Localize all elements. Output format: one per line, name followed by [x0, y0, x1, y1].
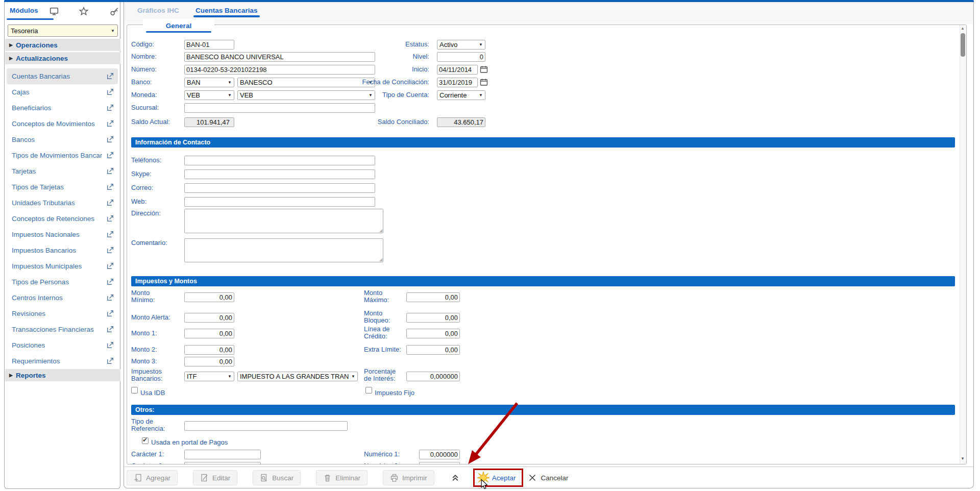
- sidebar-item[interactable]: Conceptos de Retenciones: [7, 211, 118, 227]
- sucursal-input[interactable]: [184, 103, 375, 113]
- aceptar-button[interactable]: Aceptar: [492, 474, 516, 482]
- web-input[interactable]: [184, 197, 375, 207]
- impuesto-fijo-checkbox[interactable]: [365, 387, 372, 394]
- external-link-icon[interactable]: [107, 88, 114, 95]
- caracter-1-input[interactable]: [184, 450, 261, 459]
- tab-general[interactable]: General: [143, 19, 214, 33]
- fecha-conciliacion-date-input[interactable]: [437, 78, 478, 87]
- sidebar-item[interactable]: Unidades Tributarias: [7, 195, 118, 211]
- form-scrollbar[interactable]: [960, 25, 967, 464]
- sidebar-item[interactable]: Cuentas Bancarias: [7, 68, 118, 84]
- tipo-cuenta-select[interactable]: Corriente▼: [437, 90, 485, 100]
- resize-grip-icon[interactable]: ◢: [379, 228, 382, 233]
- sidebar-item[interactable]: Posiciones: [7, 337, 118, 353]
- correo-input[interactable]: [184, 183, 375, 193]
- external-link-icon[interactable]: [107, 357, 114, 364]
- usa-idb-checkbox[interactable]: [131, 387, 138, 394]
- buscar-button[interactable]: Buscar: [253, 470, 301, 485]
- external-link-icon[interactable]: [107, 341, 114, 349]
- sidebar-item[interactable]: Tipos de Movimientos Bancar: [7, 148, 118, 163]
- external-link-icon[interactable]: [107, 167, 114, 175]
- sidebar-item[interactable]: Revisiones: [7, 306, 118, 322]
- key-icon[interactable]: [110, 7, 119, 16]
- star-icon[interactable]: [79, 7, 88, 16]
- sidebar-item[interactable]: Centros Internos: [7, 290, 118, 306]
- external-link-icon[interactable]: [107, 120, 114, 127]
- editar-button[interactable]: Editar: [193, 470, 237, 485]
- external-link-icon[interactable]: [107, 310, 114, 317]
- sidebar-item[interactable]: Beneficiarios: [7, 100, 118, 116]
- tab-cuentas-bancarias[interactable]: Cuentas Bancarias: [195, 7, 258, 14]
- telefonos-input[interactable]: [184, 156, 375, 165]
- sidebar-item[interactable]: Impuestos Municipales: [7, 258, 118, 274]
- external-link-icon[interactable]: [107, 152, 114, 159]
- inicio-date-input[interactable]: [437, 65, 478, 75]
- sidebar-item[interactable]: Transacciones Financieras: [7, 322, 118, 337]
- resize-grip-icon[interactable]: ◢: [379, 257, 382, 262]
- external-link-icon[interactable]: [107, 215, 114, 222]
- scroll-up-icon[interactable]: ▲: [961, 26, 965, 31]
- numerico-1-input[interactable]: [419, 450, 460, 459]
- sidebar-item[interactable]: Impuestos Nacionales: [7, 227, 118, 242]
- monto-maximo-input[interactable]: [406, 292, 460, 302]
- external-link-icon[interactable]: [107, 231, 114, 238]
- sidebar-item[interactable]: Impuestos Bancarios: [7, 242, 118, 258]
- external-link-icon[interactable]: [107, 72, 114, 80]
- external-link-icon[interactable]: [107, 183, 114, 190]
- tab-graficos-ihc[interactable]: Gráficos IHC: [137, 7, 179, 14]
- calendar-icon[interactable]: [480, 78, 488, 86]
- external-link-icon[interactable]: [107, 294, 114, 301]
- external-link-icon[interactable]: [107, 247, 114, 254]
- external-link-icon[interactable]: [107, 262, 114, 269]
- monto-2-input[interactable]: [184, 345, 234, 355]
- sidebar-item[interactable]: Tipos de Personas: [7, 274, 118, 290]
- impuesto-name-select[interactable]: IMPUESTO A LAS GRANDES TRAN▼: [237, 372, 358, 381]
- calendar-icon[interactable]: [480, 65, 488, 73]
- imprimir-button[interactable]: Imprimir: [383, 470, 434, 485]
- moneda-code-select[interactable]: VEB▼: [184, 90, 234, 100]
- external-link-icon[interactable]: [107, 326, 114, 333]
- external-link-icon[interactable]: [107, 199, 114, 206]
- external-link-icon[interactable]: [107, 104, 114, 111]
- sidebar-item[interactable]: Tarjetas: [7, 163, 118, 179]
- scrollbar-thumb[interactable]: [961, 33, 965, 57]
- sidebar-item[interactable]: Requerimientos: [7, 353, 118, 369]
- module-select[interactable]: Tesoreria ▼: [8, 24, 118, 37]
- extra-limite-input[interactable]: [406, 345, 460, 355]
- agregar-button[interactable]: Agregar: [127, 470, 178, 485]
- cancelar-button[interactable]: Cancelar: [528, 474, 568, 482]
- sidebar-item[interactable]: Cajas: [7, 84, 118, 100]
- sidebar-item[interactable]: Conceptos de Movimientos: [7, 116, 118, 132]
- usada-portal-checkbox[interactable]: [142, 437, 149, 444]
- porcentaje-interes-input[interactable]: [406, 372, 460, 381]
- monto-3-input[interactable]: [184, 357, 234, 366]
- skype-input[interactable]: [184, 169, 375, 179]
- caracter-2-input[interactable]: [184, 462, 261, 464]
- nivel-input[interactable]: [437, 52, 485, 62]
- external-link-icon[interactable]: [107, 136, 114, 143]
- eliminar-button[interactable]: Eliminar: [316, 470, 368, 485]
- monitor-icon[interactable]: [50, 7, 59, 16]
- monto-alerta-input[interactable]: [184, 313, 234, 323]
- tipo-referencia-input[interactable]: [184, 421, 348, 431]
- direccion-textarea[interactable]: [184, 209, 383, 233]
- sidebar-item[interactable]: Bancos: [7, 132, 118, 148]
- linea-credito-input[interactable]: [406, 329, 460, 338]
- collapse-toolbar-button[interactable]: [450, 473, 461, 482]
- monto-minimo-input[interactable]: [184, 292, 234, 302]
- scroll-down-icon[interactable]: ▼: [961, 456, 965, 461]
- monto-1-input[interactable]: [184, 329, 234, 338]
- sidebar-item[interactable]: Tipos de Tarjetas: [7, 179, 118, 195]
- banco-code-select[interactable]: BAN▼: [184, 78, 234, 87]
- sidebar-group-actualizaciones[interactable]: ▶ Actualizaciones: [5, 52, 120, 64]
- external-link-icon[interactable]: [107, 278, 114, 285]
- monto-bloqueo-input[interactable]: [406, 313, 460, 323]
- numerico-2-input[interactable]: [419, 462, 460, 464]
- estatus-select[interactable]: Activo▼: [437, 40, 485, 50]
- tab-modulos[interactable]: Módulos: [10, 7, 38, 14]
- codigo-input[interactable]: [184, 40, 234, 50]
- sidebar-group-reportes[interactable]: ▶ Reportes: [5, 369, 120, 381]
- impuesto-code-select[interactable]: ITF▼: [184, 372, 234, 381]
- comentario-textarea[interactable]: [184, 238, 383, 262]
- sidebar-group-operaciones[interactable]: ▶ Operaciones: [5, 39, 120, 51]
